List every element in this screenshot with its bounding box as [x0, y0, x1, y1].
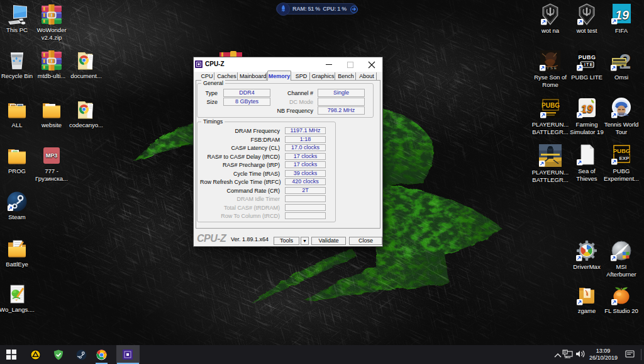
svg-text:PUBG: PUBG: [578, 54, 596, 60]
svg-text:PUBG: PUBG: [541, 102, 560, 109]
svg-text:PUBG: PUBG: [613, 147, 630, 154]
svg-text:EXP: EXP: [619, 156, 630, 161]
svg-text:MP3: MP3: [46, 152, 58, 159]
